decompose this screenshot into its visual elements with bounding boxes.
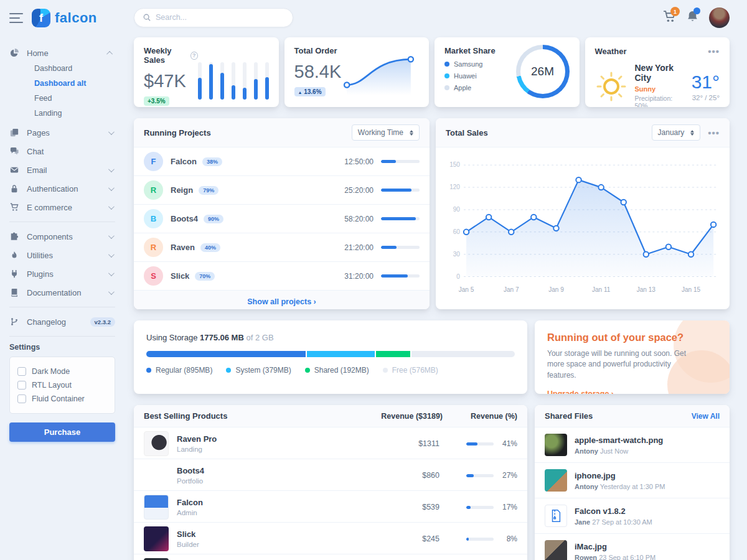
sidebar-item-plugins[interactable]: Plugins [9,264,115,283]
search-box [134,8,293,27]
chevron-down-icon [108,251,115,258]
project-name[interactable]: Falcon [171,157,197,166]
divider [9,222,115,222]
product-thumbnail [144,526,169,551]
ellipsis-menu-icon[interactable]: ••• [708,128,720,138]
project-progress-badge: 90% [204,215,223,223]
brand-logo[interactable]: f falcon [32,9,97,27]
project-progress-badge: 40% [200,243,220,252]
sidebar-item-feed[interactable]: Feed [34,91,115,106]
weekly-sales-bar [265,62,269,100]
product-row [134,554,527,560]
project-name[interactable]: Reign [171,185,193,195]
total-order-badge: ▲ 13.6% [294,87,326,96]
legend-item-free: Free (576MB) [383,366,438,375]
upgrade-storage-link[interactable]: Upgrade storage › [547,390,614,394]
hamburger-menu-icon[interactable] [9,13,23,23]
file-thumbnail [545,469,567,492]
sidebar-item-chat[interactable]: Chat [9,142,115,161]
project-name[interactable]: Slick [171,271,189,281]
sidebar-item-landing[interactable]: Landing [34,106,115,121]
total-order-card: Total Order 58.4K ▲ 13.6% [284,37,430,107]
sidebar-item-dashboard-alt[interactable]: Dashboard alt [34,76,115,91]
project-name[interactable]: Raven [171,243,195,252]
project-progress-bar [381,246,420,249]
svg-text:150: 150 [449,161,460,168]
user-avatar[interactable] [709,7,730,28]
sidebar-item-changelog[interactable]: Changelog v2.3.2 [9,312,115,331]
chevron-down-icon [108,270,115,276]
project-avatar: F [144,152,163,171]
sidebar-item-dashboard[interactable]: Dashboard [34,61,115,76]
project-name[interactable]: Boots4 [171,214,198,223]
search-icon [143,14,151,21]
sort-arrows-icon [410,130,413,136]
product-pct: 41% [500,439,517,448]
file-name[interactable]: Falcon v1.8.2 [575,506,652,516]
product-progress-bar [466,474,494,477]
product-revenue: $539 [371,503,439,511]
file-user: Antony [575,447,598,455]
working-time-select[interactable]: Working Time [352,124,420,141]
file-row: iMac.jpg Rowen 23 Sep at 6:10 PM [535,534,730,560]
dark-mode-checkbox[interactable] [17,367,26,376]
file-archive-icon [545,505,567,527]
project-progress-badge: 38% [202,157,222,166]
product-revenue: $245 [371,534,439,543]
product-pct: 27% [500,471,517,480]
storage-used: 1775.06 MB [200,333,244,342]
storage-card: Using Storage 1775.06 MB of 2 GB Regular… [134,320,527,394]
project-row: R Reign 79% 25:20:00 [134,176,430,205]
promo-body: Your storage will be running out soon. G… [547,348,690,381]
product-name[interactable]: Falcon [177,498,203,507]
project-row: R Raven 40% 21:20:00 [134,233,430,262]
product-thumbnail [144,495,169,520]
file-thumbnail [545,434,567,456]
revenue-pct-column-header: Revenue (%) [443,412,517,421]
project-time: 21:20:00 [344,243,374,252]
cart-button[interactable]: 1 [663,10,676,25]
file-name[interactable]: iMac.jpg [575,542,655,551]
sidebar-item-ecommerce[interactable]: E commerce [9,198,115,217]
promo-title: Running out of your space? [547,332,717,343]
sidebar-item-components[interactable]: Components [9,227,115,246]
view-all-link[interactable]: View All [692,412,720,421]
sidebar-item-home[interactable]: Home [9,44,115,62]
show-all-projects-link[interactable]: Show all projects › [247,297,316,306]
weekly-sales-bar [254,62,258,100]
ellipsis-menu-icon[interactable]: ••• [708,46,720,57]
sidebar-item-documentation[interactable]: Documentation [9,283,115,302]
upgrade-space-card: Running out of your space? Your storage … [535,320,730,394]
file-name[interactable]: apple-smart-watch.png [575,436,663,445]
revenue-column-header: Revenue ($3189) [337,412,443,421]
topbar: 1 [134,0,730,35]
product-name[interactable]: Boots4 [177,466,204,475]
sidebar-item-authentication[interactable]: Authentication [9,179,115,198]
plug-icon [9,269,19,279]
purchase-button[interactable]: Purchase [9,422,115,442]
notifications-button[interactable] [686,10,699,25]
book-icon [9,287,19,297]
product-thumbnail [144,463,169,488]
svg-text:Jan 9: Jan 9 [548,286,564,293]
file-row: apple-smart-watch.png Antony Just Now [535,427,730,463]
rtl-layout-checkbox[interactable] [17,381,26,390]
search-input[interactable] [156,13,284,22]
question-circle-icon[interactable]: ? [190,52,197,60]
storage-segment [307,351,374,357]
sidebar-item-utilities[interactable]: Utilities [9,246,115,264]
month-select[interactable]: January [652,124,701,141]
fluid-container-option: Fluid Container [17,392,107,406]
fluid-container-checkbox[interactable] [17,394,26,403]
file-name[interactable]: iphone.jpg [575,471,665,480]
sidebar-item-pages[interactable]: Pages [9,123,115,142]
file-row: iphone.jpg Antony Yesterday at 1:30 PM [535,463,730,498]
product-category: Builder [177,541,199,548]
product-name[interactable]: Slick [177,530,199,539]
sidebar-item-email[interactable]: Email [9,161,115,179]
weather-high-low: 32° / 25° [692,94,720,101]
chevron-down-icon [108,129,115,135]
file-user: Jane [575,518,590,526]
product-name[interactable]: Raven Pro [177,434,217,444]
product-row: Falcon Admin $539 17% [134,491,527,523]
